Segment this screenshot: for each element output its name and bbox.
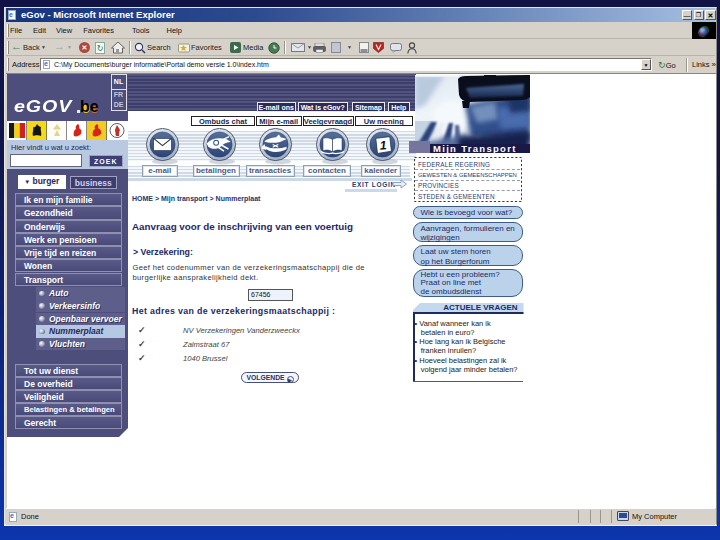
svg-text:★: ★ [180,43,188,53]
svg-text:1: 1 [379,138,387,152]
